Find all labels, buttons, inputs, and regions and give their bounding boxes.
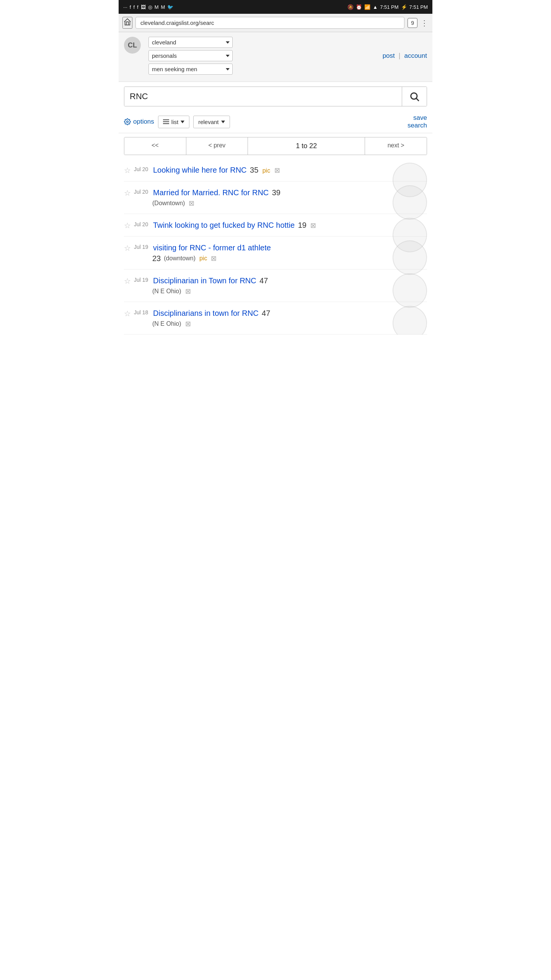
listing-title[interactable]: Twink looking to get fucked by RNC hotti…: [153, 221, 295, 229]
list-item: ☆ Jul 20 Looking while here for RNC 35 p…: [124, 159, 427, 181]
options-label: options: [133, 118, 154, 126]
listing-location: (downtown): [164, 255, 196, 262]
search-input[interactable]: [124, 87, 402, 106]
listing-date: Jul 20: [134, 166, 150, 172]
listing-age: 47: [259, 276, 268, 285]
listing-pic-badge: pic: [262, 167, 270, 174]
cl-header-dropdowns: cleveland personals men seeking men: [148, 37, 233, 75]
status-bar: ··· f f f 🖼 ◎ M M 🐦 🔕 ⏰ 📶 ▲ 7:51 PM ⚡ 7:…: [119, 0, 432, 14]
city-select[interactable]: cleveland: [148, 37, 233, 48]
header-divider: |: [399, 52, 401, 60]
first-page-button[interactable]: <<: [124, 137, 186, 155]
status-bar-left: ··· f f f 🖼 ◎ M M 🐦: [123, 4, 173, 10]
instagram-icon: ◎: [148, 4, 152, 10]
filter-bar: options list relevant savesearch: [119, 111, 432, 133]
listing-title[interactable]: Looking while here for RNC: [153, 166, 247, 174]
sort-filter-label: relevant: [198, 119, 218, 125]
listing-location: (Downtown): [152, 200, 185, 207]
battery-charge-icon: ⚡: [401, 4, 407, 10]
listing-meta: 23 (downtown) pic ⊠: [151, 254, 427, 263]
subcategory-select[interactable]: men seeking men: [148, 64, 233, 75]
list-filter-button[interactable]: list: [158, 116, 189, 128]
prev-page-button[interactable]: < prev: [186, 137, 248, 155]
svg-point-0: [411, 93, 417, 99]
status-bar-right: 🔕 ⏰ 📶 ▲ 7:51 PM ⚡ 7:51 PM: [347, 4, 428, 10]
list-item: ☆ Jul 18 Disciplinarians in town for RNC…: [124, 302, 427, 335]
favorite-star[interactable]: ☆: [124, 188, 131, 198]
sort-filter-button[interactable]: relevant: [193, 116, 230, 128]
remove-listing-button[interactable]: ⊠: [211, 254, 217, 263]
next-page-button[interactable]: next >: [365, 137, 427, 155]
listing-title[interactable]: Disciplinarians in town for RNC: [153, 309, 259, 317]
search-bar: [124, 87, 427, 106]
time: 7:51 PM: [409, 4, 428, 10]
wifi-icon: 📶: [364, 4, 370, 10]
gmail-icon2: M: [161, 4, 165, 10]
browser-tabs-button[interactable]: 9: [408, 18, 417, 28]
listing-row: ☆ Jul 18 Disciplinarians in town for RNC…: [124, 308, 427, 318]
favorite-star[interactable]: ☆: [124, 276, 131, 286]
gmail-icon: M: [155, 4, 159, 10]
save-search-button[interactable]: savesearch: [408, 114, 427, 130]
favorite-star[interactable]: ☆: [124, 221, 131, 230]
listing-meta: (Downtown) ⊠: [151, 199, 427, 207]
listing-age: 23: [152, 254, 161, 263]
listing-age: 47: [262, 309, 270, 317]
browser-bar: 9 ⋮: [119, 14, 432, 32]
favorite-star[interactable]: ☆: [124, 309, 131, 318]
battery-percent: 7:51 PM: [380, 4, 398, 10]
listing-date: Jul 20: [134, 189, 150, 195]
twitter-icon: 🐦: [167, 4, 173, 10]
cl-header: CL cleveland personals men seeking men p…: [119, 32, 432, 82]
cl-logo[interactable]: CL: [124, 37, 141, 54]
listing-title[interactable]: Disciplinarian in Town for RNC: [153, 276, 256, 285]
listing-row: ☆ Jul 20 Looking while here for RNC 35 p…: [124, 165, 427, 175]
listing-pic-badge: pic: [199, 255, 207, 262]
svg-point-2: [127, 121, 129, 123]
cl-header-top: CL cleveland personals men seeking men p…: [124, 37, 427, 75]
list-filter-label: list: [171, 119, 178, 125]
remove-listing-button[interactable]: ⊠: [185, 287, 191, 296]
list-item: ☆ Jul 20 Married for Married. RNC for RN…: [124, 181, 427, 214]
remove-listing-button[interactable]: ⊠: [189, 199, 194, 207]
cl-header-links: post | account: [378, 52, 427, 60]
mute-icon: 🔕: [347, 4, 354, 10]
category-select[interactable]: personals: [148, 50, 233, 61]
listing-row: ☆ Jul 20 Twink looking to get fucked by …: [124, 220, 427, 230]
facebook-icon: f: [130, 4, 131, 10]
search-button[interactable]: [402, 87, 427, 106]
post-link[interactable]: post: [383, 52, 395, 60]
listing-meta: (N E Ohio) ⊠: [151, 320, 427, 328]
favorite-star[interactable]: ☆: [124, 166, 131, 175]
pagination: << < prev 1 to 22 next >: [124, 137, 427, 155]
listing-age: 39: [272, 188, 280, 197]
favorite-star[interactable]: ☆: [124, 243, 131, 253]
remove-listing-button[interactable]: ⊠: [185, 320, 191, 328]
account-link[interactable]: account: [404, 52, 427, 60]
browser-menu-button[interactable]: ⋮: [421, 18, 429, 28]
listing-title[interactable]: Married for Married. RNC for RNC: [153, 188, 269, 197]
list-item: ☆ Jul 19 visiting for RNC - former d1 at…: [124, 237, 427, 270]
signal-icon: ▲: [373, 4, 378, 10]
save-search-label: savesearch: [408, 114, 427, 129]
listing-row: ☆ Jul 19 Disciplinarian in Town for RNC …: [124, 276, 427, 286]
listing-age: 19: [298, 221, 306, 229]
listing-row: ☆ Jul 19 visiting for RNC - former d1 at…: [124, 243, 427, 253]
gallery-icon: 🖼: [141, 4, 146, 10]
listing-date: Jul 20: [134, 221, 150, 227]
list-item: ☆ Jul 19 Disciplinarian in Town for RNC …: [124, 270, 427, 302]
remove-listing-button[interactable]: ⊠: [310, 222, 316, 229]
listing-row: ☆ Jul 20 Married for Married. RNC for RN…: [124, 188, 427, 198]
listing-date: Jul 18: [134, 309, 150, 315]
listing-location: (N E Ohio): [152, 288, 181, 295]
listing-title[interactable]: visiting for RNC - former d1 athlete: [153, 243, 271, 252]
remove-listing-button[interactable]: ⊠: [274, 167, 280, 174]
facebook-icon3: f: [137, 4, 139, 10]
listing-date: Jul 19: [134, 277, 150, 283]
options-button[interactable]: options: [124, 118, 154, 126]
alarm-icon: ⏰: [356, 4, 362, 10]
browser-home-button[interactable]: [122, 17, 132, 29]
url-input[interactable]: [135, 17, 404, 29]
notification-dots: ···: [123, 4, 127, 10]
list-item: ☆ Jul 20 Twink looking to get fucked by …: [124, 214, 427, 237]
